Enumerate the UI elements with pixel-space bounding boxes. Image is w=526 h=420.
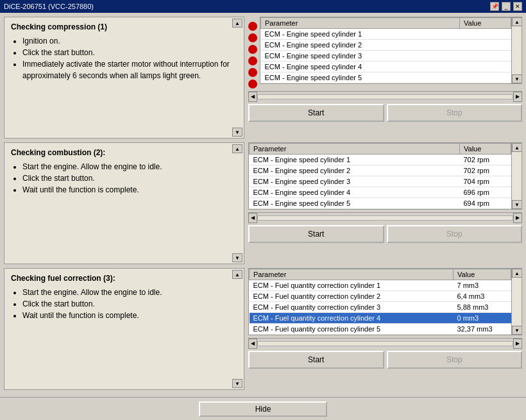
minimize-button[interactable]: _ bbox=[502, 2, 511, 11]
indicator-dots-1 bbox=[248, 17, 257, 88]
h-scroll-3[interactable]: ◀ ▶ bbox=[248, 338, 522, 348]
scroll-down-2[interactable]: ▼ bbox=[232, 253, 242, 262]
scroll-down-1[interactable]: ▼ bbox=[232, 128, 242, 137]
instruction-1-1: Click the start button. bbox=[22, 47, 231, 58]
scroll-up-2[interactable]: ▲ bbox=[232, 144, 242, 153]
instruction-2-0: Start the engine. Allow the engine to id… bbox=[22, 161, 231, 172]
scroll-up-3[interactable]: ▲ bbox=[232, 270, 242, 279]
section-1-instructions: Ignition on. Click the start button. Imm… bbox=[11, 35, 231, 81]
col-header-value-2: Value bbox=[460, 144, 511, 155]
table-row[interactable]: ECM - Engine speed cylinder 2702 rpm bbox=[250, 165, 511, 176]
table-row[interactable]: ECM - Engine speed cylinder 1 bbox=[261, 29, 511, 40]
table-row[interactable]: ECM - Engine speed cylinder 4 bbox=[261, 62, 511, 72]
indicators-row-2: Parameter Value ECM - Engine speed cylin… bbox=[248, 142, 522, 210]
instruction-panel-3: ▲ ▼ Checking fuel correction (3): Start … bbox=[4, 268, 244, 390]
col-header-value-1: Value bbox=[460, 18, 511, 29]
right-panel-3: Parameter Value ECM - Fuel quantity corr… bbox=[248, 268, 522, 390]
dot-1-6 bbox=[248, 80, 257, 88]
section-3-instructions: Start the engine. Allow the engine to id… bbox=[11, 287, 231, 321]
start-button-1[interactable]: Start bbox=[248, 104, 384, 122]
table-row[interactable]: ECM - Engine speed cylinder 1702 rpm bbox=[250, 155, 511, 165]
main-content: ▲ ▼ Checking compression (1) Ignition on… bbox=[0, 13, 526, 397]
scroll-up-arrow-2[interactable]: ▲ bbox=[512, 143, 522, 152]
section-2-row: ▲ ▼ Checking combustion (2): Start the e… bbox=[4, 142, 522, 264]
h-scroll-left-2[interactable]: ◀ bbox=[248, 213, 257, 223]
scroll-down-3[interactable]: ▼ bbox=[232, 379, 242, 388]
h-scroll-right-2[interactable]: ▶ bbox=[513, 213, 522, 223]
window-title: DiCE-206751 (VCC-257880) bbox=[4, 3, 94, 10]
section-3-title: Checking fuel correction (3): bbox=[11, 274, 231, 283]
h-scroll-track-3 bbox=[257, 341, 513, 346]
instruction-2-1: Click the start button. bbox=[22, 172, 231, 184]
section-2-instructions: Start the engine. Allow the engine to id… bbox=[11, 161, 231, 196]
instruction-panel-1: ▲ ▼ Checking compression (1) Ignition on… bbox=[4, 17, 244, 139]
table-row[interactable]: ECM - Fuel quantity correction cylinder … bbox=[250, 291, 511, 302]
table-row[interactable]: ECM - Engine speed cylinder 5 bbox=[261, 72, 511, 83]
dot-1-5 bbox=[248, 68, 257, 77]
table-scroll-2[interactable]: ▲ ▼ bbox=[511, 143, 522, 209]
section-1-title: Checking compression (1) bbox=[11, 22, 231, 31]
instruction-3-2: Wait until the function is complete. bbox=[22, 310, 231, 321]
scroll-up-arrow-1[interactable]: ▲ bbox=[512, 17, 522, 26]
scroll-track-1 bbox=[512, 26, 522, 74]
btn-row-3: Start Stop bbox=[248, 351, 522, 369]
table-scroll-3[interactable]: ▲ ▼ bbox=[511, 269, 522, 335]
col-header-param-3: Parameter bbox=[250, 269, 454, 280]
section-3-row: ▲ ▼ Checking fuel correction (3): Start … bbox=[4, 268, 522, 390]
pin-button[interactable]: 📌 bbox=[490, 2, 499, 11]
section-2-title: Checking combustion (2): bbox=[11, 148, 231, 157]
scroll-up-1[interactable]: ▲ bbox=[232, 19, 242, 28]
instruction-1-2: Immediately activate the starter motor w… bbox=[22, 58, 231, 81]
stop-button-1[interactable]: Stop bbox=[387, 104, 523, 122]
table-row[interactable]: ECM - Engine speed cylinder 2 bbox=[261, 40, 511, 51]
data-table-2: Parameter Value ECM - Engine speed cylin… bbox=[249, 143, 511, 209]
instruction-3-1: Click the start button. bbox=[22, 298, 231, 310]
col-header-value-3: Value bbox=[454, 269, 511, 280]
indicators-row-3: Parameter Value ECM - Fuel quantity corr… bbox=[248, 268, 522, 335]
instruction-3-0: Start the engine. Allow the engine to id… bbox=[22, 287, 231, 298]
scroll-track-3 bbox=[512, 278, 522, 326]
table-row-selected[interactable]: ECM - Fuel quantity correction cylinder … bbox=[250, 313, 511, 324]
close-button[interactable]: ✕ bbox=[513, 2, 522, 11]
table-row[interactable]: ECM - Fuel quantity correction cylinder … bbox=[250, 280, 511, 291]
data-table-3: Parameter Value ECM - Fuel quantity corr… bbox=[249, 269, 511, 335]
scroll-up-arrow-3[interactable]: ▲ bbox=[512, 269, 522, 278]
stop-button-3[interactable]: Stop bbox=[387, 351, 523, 369]
title-bar: DiCE-206751 (VCC-257880) 📌 _ ✕ bbox=[0, 0, 526, 13]
section-1-row: ▲ ▼ Checking compression (1) Ignition on… bbox=[4, 17, 522, 139]
col-header-param-1: Parameter bbox=[261, 18, 460, 29]
dot-1-2 bbox=[248, 33, 257, 42]
table-row[interactable]: ECM - Engine speed cylinder 5694 rpm bbox=[250, 198, 511, 209]
btn-row-2: Start Stop bbox=[248, 225, 522, 243]
h-scroll-left-3[interactable]: ◀ bbox=[248, 339, 257, 349]
instruction-panel-2: ▲ ▼ Checking combustion (2): Start the e… bbox=[4, 142, 244, 264]
btn-row-1: Start Stop bbox=[248, 104, 522, 122]
scroll-down-arrow-1[interactable]: ▼ bbox=[512, 74, 522, 83]
dot-1-3 bbox=[248, 45, 257, 54]
table-row[interactable]: ECM - Fuel quantity correction cylinder … bbox=[250, 302, 511, 313]
start-button-3[interactable]: Start bbox=[248, 351, 384, 369]
h-scroll-2[interactable]: ◀ ▶ bbox=[248, 212, 522, 223]
table-row[interactable]: ECM - Fuel quantity correction cylinder … bbox=[250, 324, 511, 335]
h-scroll-right-1[interactable]: ▶ bbox=[513, 92, 522, 102]
right-panel-2: Parameter Value ECM - Engine speed cylin… bbox=[248, 142, 522, 264]
h-scroll-1[interactable]: ◀ ▶ bbox=[248, 91, 522, 101]
start-button-2[interactable]: Start bbox=[248, 225, 384, 243]
dot-1-1 bbox=[248, 22, 257, 31]
table-row[interactable]: ECM - Engine speed cylinder 4696 rpm bbox=[250, 187, 511, 198]
right-panel-1: Parameter Value ECM - Engine speed cylin… bbox=[248, 17, 522, 139]
h-scroll-left-1[interactable]: ◀ bbox=[248, 92, 257, 102]
stop-button-2[interactable]: Stop bbox=[387, 225, 523, 243]
footer: Hide bbox=[0, 397, 526, 420]
h-scroll-track-1 bbox=[257, 94, 513, 99]
table-row[interactable]: ECM - Engine speed cylinder 3704 rpm bbox=[250, 176, 511, 187]
table-row[interactable]: ECM - Engine speed cylinder 3 bbox=[261, 51, 511, 62]
h-scroll-right-3[interactable]: ▶ bbox=[513, 339, 522, 349]
indicators-row-1: Parameter Value ECM - Engine speed cylin… bbox=[248, 17, 522, 88]
table-scroll-1[interactable]: ▲ ▼ bbox=[511, 17, 522, 83]
scroll-down-arrow-2[interactable]: ▼ bbox=[512, 200, 522, 209]
scroll-down-arrow-3[interactable]: ▼ bbox=[512, 326, 522, 335]
scroll-track-2 bbox=[512, 152, 522, 200]
data-table-1: Parameter Value ECM - Engine speed cylin… bbox=[260, 17, 511, 83]
hide-button[interactable]: Hide bbox=[199, 401, 327, 417]
